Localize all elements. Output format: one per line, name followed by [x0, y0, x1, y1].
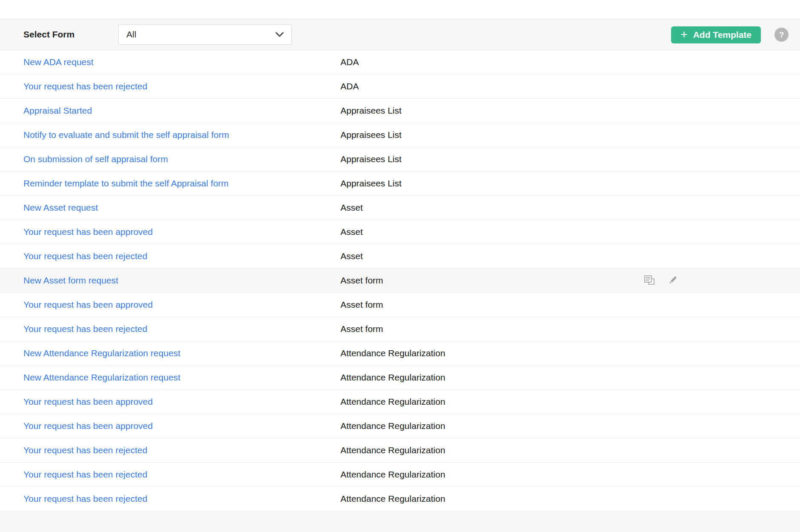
select-form-label: Select Form [23, 29, 74, 40]
table-row: Your request has been rejected Asset for… [0, 317, 800, 341]
table-row: New ADA request ADA [0, 50, 800, 74]
template-name-link[interactable]: Reminder template to submit the self App… [23, 178, 340, 189]
table-row: Your request has been rejected ADA [0, 74, 800, 99]
template-name-link[interactable]: New Attendance Regularization request [23, 372, 340, 383]
form-name-text: Attendance Regularization [340, 348, 445, 358]
page-top-spacer [0, 0, 800, 19]
table-row: Your request has been approved Attendanc… [0, 414, 800, 438]
table-row: New Attendance Regularization request At… [0, 366, 800, 390]
templates-table: New ADA request ADA Your request has bee… [0, 50, 800, 511]
template-name-link[interactable]: Your request has been rejected [23, 469, 340, 480]
table-row: New Attendance Regularization request At… [0, 341, 800, 366]
form-name-text: Attendance Regularization [340, 397, 445, 407]
table-row: New Asset form request Asset form [0, 269, 800, 293]
help-button[interactable]: ? [774, 28, 789, 42]
form-filter-selected-value: All [126, 29, 275, 40]
table-row: Your request has been rejected Attendanc… [0, 487, 800, 511]
form-name-text: Attendance Regularization [340, 421, 445, 431]
table-row: On submission of self appraisal form App… [0, 147, 800, 172]
template-name-link[interactable]: Your request has been rejected [23, 81, 340, 92]
form-name-text: Appraisees List [340, 130, 402, 140]
table-row: Your request has been approved Asset [0, 220, 800, 244]
template-name-link[interactable]: New Attendance Regularization request [23, 348, 340, 358]
template-name-link[interactable]: Your request has been approved [23, 300, 340, 310]
page-bottom-spacer [0, 511, 800, 532]
table-row: Your request has been rejected Attendanc… [0, 463, 800, 487]
template-name-link[interactable]: New ADA request [23, 57, 340, 67]
form-name-text: Asset [340, 251, 363, 261]
template-name-link[interactable]: On submission of self appraisal form [23, 154, 340, 164]
filter-bar: Select Form All + Add Template ? [0, 19, 800, 50]
edit-pencil-icon[interactable] [667, 275, 677, 286]
form-name-text: Asset form [340, 275, 383, 286]
add-template-label: Add Template [693, 30, 751, 40]
template-name-link[interactable]: Appraisal Started [23, 106, 340, 116]
table-row: Your request has been rejected Attendanc… [0, 438, 800, 463]
form-name-text: ADA [340, 57, 359, 67]
form-name-text: Appraisees List [340, 154, 402, 164]
form-name-text: Appraisees List [340, 178, 402, 189]
template-name-link[interactable]: Your request has been approved [23, 397, 340, 407]
table-row: Reminder template to submit the self App… [0, 172, 800, 196]
form-name-text: Attendance Regularization [340, 445, 445, 455]
plus-icon: + [680, 29, 687, 40]
form-name-text: Asset [340, 203, 363, 213]
row-actions [644, 275, 677, 286]
template-name-link[interactable]: Notify to evaluate and submit the self a… [23, 130, 340, 140]
copy-icon[interactable] [644, 275, 655, 286]
table-row: Appraisal Started Appraisees List [0, 99, 800, 123]
form-name-text: Appraisees List [340, 106, 402, 116]
table-row: Notify to evaluate and submit the self a… [0, 123, 800, 147]
form-name-text: Asset [340, 227, 363, 237]
table-row: Your request has been approved Asset for… [0, 293, 800, 317]
template-name-link[interactable]: Your request has been rejected [23, 494, 340, 504]
template-name-link[interactable]: Your request has been rejected [23, 445, 340, 455]
form-name-text: Attendance Regularization [340, 372, 445, 383]
form-name-text: Attendance Regularization [340, 469, 445, 480]
template-name-link[interactable]: Your request has been rejected [23, 251, 340, 261]
template-name-link[interactable]: New Asset form request [23, 275, 340, 286]
form-name-text: Asset form [340, 300, 383, 310]
template-name-link[interactable]: Your request has been rejected [23, 324, 340, 334]
form-name-text: Attendance Regularization [340, 494, 445, 504]
table-row: Your request has been rejected Asset [0, 244, 800, 269]
table-row: New Asset request Asset [0, 196, 800, 220]
form-name-text: Asset form [340, 324, 383, 334]
table-row: Your request has been approved Attendanc… [0, 390, 800, 414]
form-name-text: ADA [340, 81, 359, 92]
template-name-link[interactable]: New Asset request [23, 203, 340, 213]
add-template-button[interactable]: + Add Template [671, 26, 761, 43]
template-name-link[interactable]: Your request has been approved [23, 227, 340, 237]
form-filter-dropdown[interactable]: All [118, 24, 292, 45]
template-name-link[interactable]: Your request has been approved [23, 421, 340, 431]
chevron-down-icon [275, 32, 284, 37]
question-mark-icon: ? [779, 30, 784, 40]
